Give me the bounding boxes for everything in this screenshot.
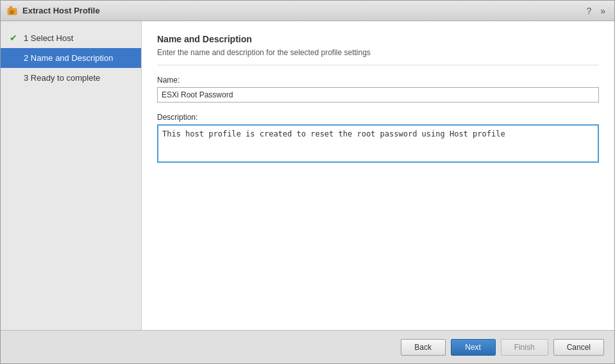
name-input[interactable] — [157, 87, 599, 103]
dialog-footer: Back Next Finish Cancel — [1, 330, 614, 363]
step-3-number: 3 — [24, 73, 31, 83]
dialog-container: Extract Host Profile ? » ✔ 1 Select Host… — [0, 0, 615, 364]
description-label: Description: — [157, 113, 599, 122]
description-field-group: Description: This host profile is create… — [157, 113, 599, 165]
dialog-body: ✔ 1 Select Host 2 Name and Description 3… — [1, 21, 614, 330]
name-label: Name: — [157, 76, 599, 85]
step-3-label: 3 Ready to complete — [24, 73, 100, 83]
description-textarea[interactable]: This host profile is created to reset th… — [157, 124, 599, 163]
dialog-title: Extract Host Profile — [22, 6, 100, 15]
main-content: Name and Description Enter the name and … — [142, 21, 614, 330]
step-1-check: ✔ — [8, 33, 19, 43]
back-button[interactable]: Back — [401, 339, 446, 356]
name-field-group: Name: — [157, 76, 599, 103]
step-2-name-description[interactable]: 2 Name and Description — [1, 48, 141, 68]
step-1-number: 1 — [24, 33, 31, 43]
step-3-ready[interactable]: 3 Ready to complete — [1, 68, 141, 88]
section-description: Enter the name and description for the s… — [157, 48, 599, 65]
step-2-label: 2 Name and Description — [24, 53, 113, 63]
step-2-number: 2 — [24, 53, 31, 63]
title-icon — [7, 6, 17, 16]
cancel-button[interactable]: Cancel — [553, 339, 604, 356]
title-bar: Extract Host Profile ? » — [1, 1, 614, 21]
title-bar-left: Extract Host Profile — [7, 6, 100, 16]
expand-button[interactable]: » — [598, 4, 608, 17]
sidebar: ✔ 1 Select Host 2 Name and Description 3… — [1, 21, 142, 330]
next-button[interactable]: Next — [451, 339, 496, 356]
title-bar-right: ? » — [584, 4, 608, 17]
svg-rect-1 — [10, 6, 12, 9]
finish-button[interactable]: Finish — [501, 339, 548, 356]
help-button[interactable]: ? — [584, 4, 594, 17]
section-title: Name and Description — [157, 34, 599, 44]
step-1-select-host[interactable]: ✔ 1 Select Host — [1, 28, 141, 48]
step-1-label: 1 Select Host — [24, 33, 73, 43]
